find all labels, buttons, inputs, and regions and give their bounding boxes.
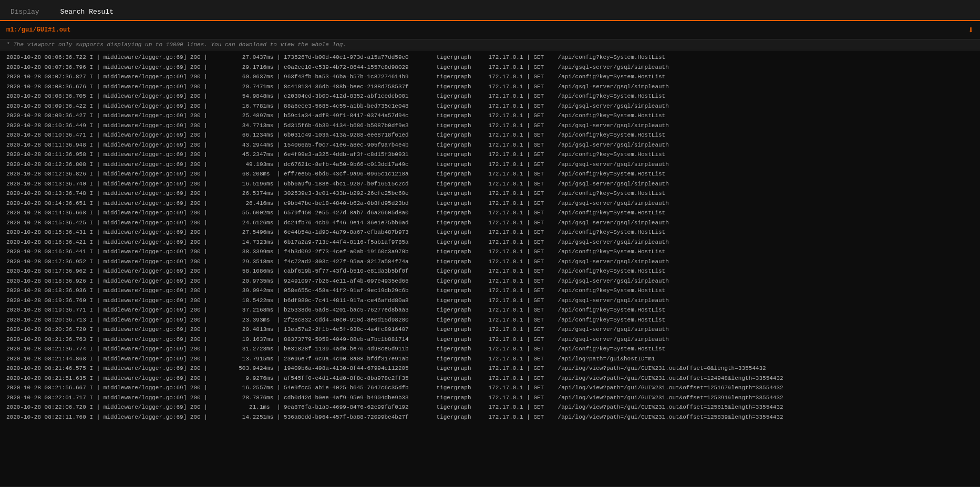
log-line: 2020-10-28 08:13:36.748 I | middleware/l… xyxy=(0,189,980,199)
title-bar: m1:/gui/GUI#1.out ⬇ xyxy=(0,21,980,39)
log-line: 2020-10-28 08:17:36.952 I | middleware/l… xyxy=(0,257,980,267)
log-line: 2020-10-28 08:19:36.760 I | middleware/l… xyxy=(0,296,980,306)
log-line: 2020-10-28 08:12:36.808 I | middleware/l… xyxy=(0,160,980,170)
tab-display[interactable]: Display xyxy=(0,4,50,21)
log-line: 2020-10-28 08:19:36.771 I | middleware/l… xyxy=(0,305,980,315)
log-line: 2020-10-28 08:08:36.676 I | middleware/l… xyxy=(0,82,980,92)
log-line: 2020-10-28 08:14:36.668 I | middleware/l… xyxy=(0,208,980,218)
log-line: 2020-10-28 08:20:36.720 I | middleware/l… xyxy=(0,325,980,335)
file-title: m1:/gui/GUI#1.out xyxy=(6,26,70,34)
log-line: 2020-10-28 08:21:51.635 I | middleware/l… xyxy=(0,374,980,384)
log-line: 2020-10-28 08:22:11.760 I | middleware/l… xyxy=(0,412,980,422)
log-line: 2020-10-28 08:17:36.962 I | middleware/l… xyxy=(0,266,980,276)
log-line: 2020-10-28 08:07:36.827 I | middleware/l… xyxy=(0,72,980,82)
log-line: 2020-10-28 08:18:36.926 I | middleware/l… xyxy=(0,276,980,286)
log-line: 2020-10-28 08:06:36.722 I | middleware/l… xyxy=(0,53,980,63)
log-line: 2020-10-28 08:16:36.421 I | middleware/l… xyxy=(0,237,980,247)
tab-bar: Display Search Result xyxy=(0,0,980,21)
log-line: 2020-10-28 08:21:36.774 I | middleware/l… xyxy=(0,344,980,354)
log-line: 2020-10-28 08:20:36.713 I | middleware/l… xyxy=(0,315,980,325)
log-line: 2020-10-28 08:22:06.720 I | middleware/l… xyxy=(0,402,980,412)
notice-bar: * The viewport only supports displaying … xyxy=(0,39,980,50)
log-line: 2020-10-28 08:21:44.868 I | middleware/l… xyxy=(0,354,980,364)
log-line: 2020-10-28 08:21:56.667 I | middleware/l… xyxy=(0,383,980,393)
log-line: 2020-10-28 08:09:36.427 I | middleware/l… xyxy=(0,111,980,121)
log-line: 2020-10-28 08:10:36.471 I | middleware/l… xyxy=(0,130,980,140)
log-line: 2020-10-28 08:15:36.431 I | middleware/l… xyxy=(0,227,980,237)
download-icon[interactable]: ⬇ xyxy=(968,24,974,36)
log-line: 2020-10-28 08:13:36.740 I | middleware/l… xyxy=(0,179,980,189)
log-line: 2020-10-28 08:21:46.575 I | middleware/l… xyxy=(0,364,980,374)
log-line: 2020-10-28 08:10:36.449 I | middleware/l… xyxy=(0,121,980,131)
log-line: 2020-10-28 08:12:36.826 I | middleware/l… xyxy=(0,169,980,179)
log-line: 2020-10-28 08:08:36.705 I | middleware/l… xyxy=(0,91,980,101)
log-line: 2020-10-28 08:22:01.717 I | middleware/l… xyxy=(0,393,980,403)
log-line: 2020-10-28 08:21:36.763 I | middleware/l… xyxy=(0,335,980,345)
log-line: 2020-10-28 08:07:36.796 I | middleware/l… xyxy=(0,63,980,72)
log-line: 2020-10-28 08:16:36.441 I | middleware/l… xyxy=(0,247,980,257)
log-line: 2020-10-28 08:09:36.422 I | middleware/l… xyxy=(0,101,980,111)
log-line: 2020-10-28 08:14:36.651 I | middleware/l… xyxy=(0,199,980,209)
log-line: 2020-10-28 08:11:36.948 I | middleware/l… xyxy=(0,140,980,150)
log-line: 2020-10-28 08:11:36.958 I | middleware/l… xyxy=(0,150,980,160)
log-container[interactable]: 2020-10-28 08:06:36.722 I | middleware/l… xyxy=(0,50,980,486)
log-line: 2020-10-28 08:15:36.425 I | middleware/l… xyxy=(0,218,980,228)
tab-search-result[interactable]: Search Result xyxy=(50,4,124,21)
log-line: 2020-10-28 08:18:36.936 I | middleware/l… xyxy=(0,286,980,296)
